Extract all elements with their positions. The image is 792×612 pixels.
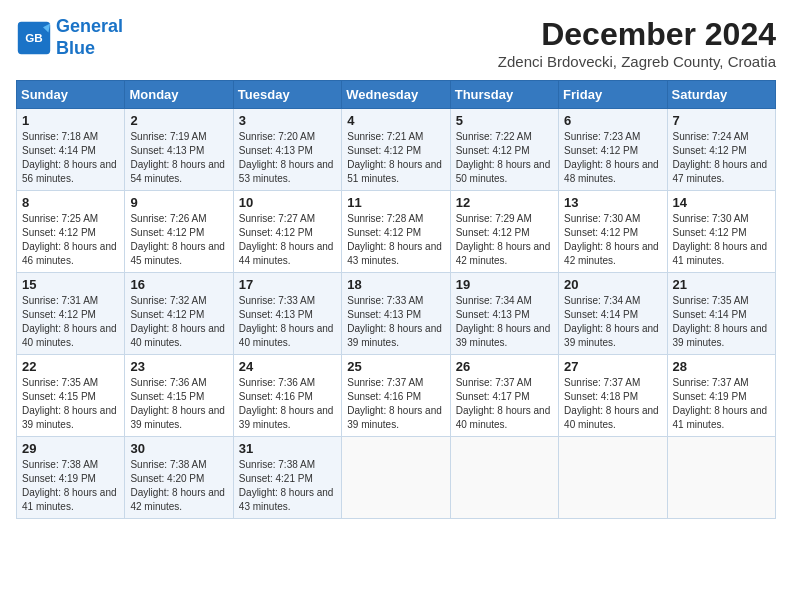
calendar-cell: 7Sunrise: 7:24 AMSunset: 4:12 PMDaylight… <box>667 109 775 191</box>
calendar-cell: 13Sunrise: 7:30 AMSunset: 4:12 PMDayligh… <box>559 191 667 273</box>
weekday-header-row: SundayMondayTuesdayWednesdayThursdayFrid… <box>17 81 776 109</box>
day-info: Sunrise: 7:37 AMSunset: 4:18 PMDaylight:… <box>564 376 661 432</box>
day-number: 21 <box>673 277 770 292</box>
calendar-cell: 15Sunrise: 7:31 AMSunset: 4:12 PMDayligh… <box>17 273 125 355</box>
logo: GB General Blue <box>16 16 123 59</box>
day-number: 2 <box>130 113 227 128</box>
calendar-cell: 31Sunrise: 7:38 AMSunset: 4:21 PMDayligh… <box>233 437 341 519</box>
day-info: Sunrise: 7:34 AMSunset: 4:13 PMDaylight:… <box>456 294 553 350</box>
day-info: Sunrise: 7:23 AMSunset: 4:12 PMDaylight:… <box>564 130 661 186</box>
calendar-cell: 29Sunrise: 7:38 AMSunset: 4:19 PMDayligh… <box>17 437 125 519</box>
day-number: 14 <box>673 195 770 210</box>
calendar-cell: 10Sunrise: 7:27 AMSunset: 4:12 PMDayligh… <box>233 191 341 273</box>
day-info: Sunrise: 7:37 AMSunset: 4:16 PMDaylight:… <box>347 376 444 432</box>
day-number: 18 <box>347 277 444 292</box>
day-info: Sunrise: 7:38 AMSunset: 4:19 PMDaylight:… <box>22 458 119 514</box>
day-info: Sunrise: 7:22 AMSunset: 4:12 PMDaylight:… <box>456 130 553 186</box>
day-info: Sunrise: 7:30 AMSunset: 4:12 PMDaylight:… <box>673 212 770 268</box>
calendar-cell: 30Sunrise: 7:38 AMSunset: 4:20 PMDayligh… <box>125 437 233 519</box>
location: Zdenci Brdovecki, Zagreb County, Croatia <box>498 53 776 70</box>
weekday-header-friday: Friday <box>559 81 667 109</box>
day-number: 12 <box>456 195 553 210</box>
calendar-cell: 25Sunrise: 7:37 AMSunset: 4:16 PMDayligh… <box>342 355 450 437</box>
page-header: GB General Blue December 2024 Zdenci Brd… <box>16 16 776 70</box>
calendar-cell: 18Sunrise: 7:33 AMSunset: 4:13 PMDayligh… <box>342 273 450 355</box>
calendar-cell: 14Sunrise: 7:30 AMSunset: 4:12 PMDayligh… <box>667 191 775 273</box>
day-info: Sunrise: 7:37 AMSunset: 4:17 PMDaylight:… <box>456 376 553 432</box>
day-number: 4 <box>347 113 444 128</box>
day-number: 29 <box>22 441 119 456</box>
day-info: Sunrise: 7:35 AMSunset: 4:14 PMDaylight:… <box>673 294 770 350</box>
calendar-cell: 28Sunrise: 7:37 AMSunset: 4:19 PMDayligh… <box>667 355 775 437</box>
calendar-cell: 24Sunrise: 7:36 AMSunset: 4:16 PMDayligh… <box>233 355 341 437</box>
day-number: 10 <box>239 195 336 210</box>
calendar-week-row: 22Sunrise: 7:35 AMSunset: 4:15 PMDayligh… <box>17 355 776 437</box>
calendar-week-row: 15Sunrise: 7:31 AMSunset: 4:12 PMDayligh… <box>17 273 776 355</box>
logo-text: General Blue <box>56 16 123 59</box>
day-info: Sunrise: 7:38 AMSunset: 4:21 PMDaylight:… <box>239 458 336 514</box>
day-number: 9 <box>130 195 227 210</box>
day-info: Sunrise: 7:28 AMSunset: 4:12 PMDaylight:… <box>347 212 444 268</box>
calendar-cell: 3Sunrise: 7:20 AMSunset: 4:13 PMDaylight… <box>233 109 341 191</box>
calendar-cell: 4Sunrise: 7:21 AMSunset: 4:12 PMDaylight… <box>342 109 450 191</box>
day-info: Sunrise: 7:31 AMSunset: 4:12 PMDaylight:… <box>22 294 119 350</box>
weekday-header-wednesday: Wednesday <box>342 81 450 109</box>
day-info: Sunrise: 7:38 AMSunset: 4:20 PMDaylight:… <box>130 458 227 514</box>
day-number: 23 <box>130 359 227 374</box>
day-number: 28 <box>673 359 770 374</box>
day-info: Sunrise: 7:26 AMSunset: 4:12 PMDaylight:… <box>130 212 227 268</box>
calendar-week-row: 29Sunrise: 7:38 AMSunset: 4:19 PMDayligh… <box>17 437 776 519</box>
calendar-cell: 6Sunrise: 7:23 AMSunset: 4:12 PMDaylight… <box>559 109 667 191</box>
day-info: Sunrise: 7:35 AMSunset: 4:15 PMDaylight:… <box>22 376 119 432</box>
day-number: 15 <box>22 277 119 292</box>
day-number: 5 <box>456 113 553 128</box>
svg-text:GB: GB <box>25 30 43 43</box>
calendar-table: SundayMondayTuesdayWednesdayThursdayFrid… <box>16 80 776 519</box>
day-info: Sunrise: 7:33 AMSunset: 4:13 PMDaylight:… <box>347 294 444 350</box>
month-title: December 2024 <box>498 16 776 53</box>
day-info: Sunrise: 7:33 AMSunset: 4:13 PMDaylight:… <box>239 294 336 350</box>
calendar-cell: 20Sunrise: 7:34 AMSunset: 4:14 PMDayligh… <box>559 273 667 355</box>
logo-icon: GB <box>16 20 52 56</box>
calendar-cell: 17Sunrise: 7:33 AMSunset: 4:13 PMDayligh… <box>233 273 341 355</box>
weekday-header-tuesday: Tuesday <box>233 81 341 109</box>
calendar-header: SundayMondayTuesdayWednesdayThursdayFrid… <box>17 81 776 109</box>
calendar-cell: 21Sunrise: 7:35 AMSunset: 4:14 PMDayligh… <box>667 273 775 355</box>
weekday-header-thursday: Thursday <box>450 81 558 109</box>
calendar-cell: 16Sunrise: 7:32 AMSunset: 4:12 PMDayligh… <box>125 273 233 355</box>
day-number: 8 <box>22 195 119 210</box>
day-info: Sunrise: 7:24 AMSunset: 4:12 PMDaylight:… <box>673 130 770 186</box>
calendar-cell: 22Sunrise: 7:35 AMSunset: 4:15 PMDayligh… <box>17 355 125 437</box>
calendar-cell: 26Sunrise: 7:37 AMSunset: 4:17 PMDayligh… <box>450 355 558 437</box>
calendar-cell <box>450 437 558 519</box>
day-number: 24 <box>239 359 336 374</box>
calendar-body: 1Sunrise: 7:18 AMSunset: 4:14 PMDaylight… <box>17 109 776 519</box>
day-info: Sunrise: 7:36 AMSunset: 4:16 PMDaylight:… <box>239 376 336 432</box>
calendar-cell: 19Sunrise: 7:34 AMSunset: 4:13 PMDayligh… <box>450 273 558 355</box>
day-number: 11 <box>347 195 444 210</box>
day-number: 17 <box>239 277 336 292</box>
calendar-cell: 27Sunrise: 7:37 AMSunset: 4:18 PMDayligh… <box>559 355 667 437</box>
day-number: 26 <box>456 359 553 374</box>
weekday-header-monday: Monday <box>125 81 233 109</box>
day-number: 16 <box>130 277 227 292</box>
calendar-cell: 2Sunrise: 7:19 AMSunset: 4:13 PMDaylight… <box>125 109 233 191</box>
day-info: Sunrise: 7:37 AMSunset: 4:19 PMDaylight:… <box>673 376 770 432</box>
day-info: Sunrise: 7:32 AMSunset: 4:12 PMDaylight:… <box>130 294 227 350</box>
calendar-cell <box>667 437 775 519</box>
day-info: Sunrise: 7:34 AMSunset: 4:14 PMDaylight:… <box>564 294 661 350</box>
calendar-cell: 9Sunrise: 7:26 AMSunset: 4:12 PMDaylight… <box>125 191 233 273</box>
day-number: 19 <box>456 277 553 292</box>
calendar-cell: 1Sunrise: 7:18 AMSunset: 4:14 PMDaylight… <box>17 109 125 191</box>
day-info: Sunrise: 7:19 AMSunset: 4:13 PMDaylight:… <box>130 130 227 186</box>
calendar-cell <box>342 437 450 519</box>
day-number: 20 <box>564 277 661 292</box>
day-number: 30 <box>130 441 227 456</box>
day-number: 3 <box>239 113 336 128</box>
day-info: Sunrise: 7:30 AMSunset: 4:12 PMDaylight:… <box>564 212 661 268</box>
weekday-header-sunday: Sunday <box>17 81 125 109</box>
calendar-cell <box>559 437 667 519</box>
day-info: Sunrise: 7:27 AMSunset: 4:12 PMDaylight:… <box>239 212 336 268</box>
day-number: 7 <box>673 113 770 128</box>
day-number: 25 <box>347 359 444 374</box>
